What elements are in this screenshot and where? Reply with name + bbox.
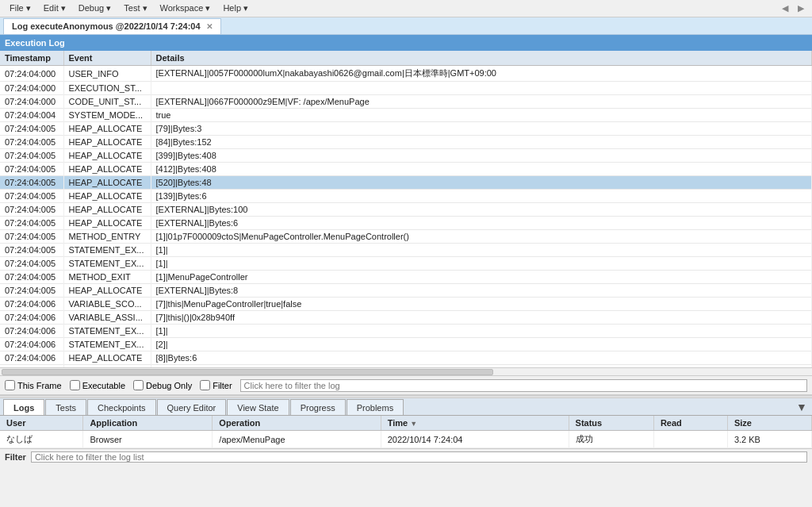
debug-only-checkbox-label[interactable]: Debug Only [133, 380, 192, 390]
log-table-row[interactable]: 07:24:04:005 STATEMENT_EX... [1]| [0, 257, 812, 271]
log-ts: 07:24:04:005 [0, 284, 63, 298]
col-application: Application [83, 416, 213, 431]
tab-query-editor[interactable]: Query Editor [157, 399, 227, 415]
bottom-filter-bar: Filter [0, 448, 812, 464]
log-table-row[interactable]: 07:24:04:005 HEAP_ALLOCATE [79]|Bytes:3 [0, 122, 812, 136]
menu-bar: File ▾ Edit ▾ Debug ▾ Test ▾ Workspace ▾… [0, 0, 812, 17]
this-frame-checkbox[interactable] [5, 380, 15, 390]
log-ts: 07:24:04:005 [0, 136, 63, 149]
menu-test[interactable]: Test ▾ [117, 2, 153, 15]
log-table-row[interactable]: 07:24:04:006 HEAP_ALLOCATE [8]|Bytes:6 [0, 351, 812, 365]
log-table-row[interactable]: 07:24:04:005 STATEMENT_EX... [1]| [0, 244, 812, 257]
log-ts: 07:24:04:006 [0, 338, 63, 351]
filter-checkbox-label[interactable]: Filter [200, 380, 232, 390]
menu-debug[interactable]: Debug ▾ [72, 2, 117, 15]
log-det [151, 82, 812, 95]
logs-table-row[interactable]: なしば Browser /apex/MenuPage 2022/10/14 7:… [0, 431, 812, 448]
log-ts: 07:24:04:005 [0, 230, 63, 244]
nav-forward-button[interactable]: ▶ [793, 2, 809, 14]
log-det: [EXTERNAL]|0057F000000lumX|nakabayashi06… [151, 66, 812, 82]
log-table-row[interactable]: 07:24:04:004 SYSTEM_MODE... true [0, 109, 812, 122]
tab-tests[interactable]: Tests [45, 399, 86, 415]
log-ts: 07:24:04:005 [0, 257, 63, 271]
log-table-row[interactable]: 07:24:04:005 HEAP_ALLOCATE [EXTERNAL]|By… [0, 284, 812, 298]
log-det: [8]|Bytes:6 [151, 351, 812, 365]
menu-edit[interactable]: Edit ▾ [37, 2, 72, 15]
log-det: [79]|Bytes:3 [151, 122, 812, 136]
log-table-row[interactable]: 07:24:04:006 VARIABLE_SCO... [7]|this|Me… [0, 298, 812, 311]
log-time: 2022/10/14 7:24:04 [381, 431, 569, 448]
bottom-filter-label: Filter [5, 452, 26, 462]
menu-workspace[interactable]: Workspace ▾ [154, 2, 217, 15]
log-ts: 07:24:04:005 [0, 176, 63, 190]
log-det: [399]|Bytes:408 [151, 149, 812, 163]
col-time[interactable]: Time ▼ [381, 416, 569, 431]
h-scrollbar-area[interactable] [0, 368, 812, 376]
execution-log-panel[interactable]: Timestamp Event Details 07:24:04:000 USE… [0, 51, 812, 368]
log-det: [139]|Bytes:6 [151, 190, 812, 203]
col-operation: Operation [213, 416, 381, 431]
tab-bar: Log executeAnonymous @2022/10/14 7:24:04… [0, 17, 812, 35]
collapse-button[interactable]: ▼ [793, 399, 809, 415]
log-ev: HEAP_ALLOCATE [63, 122, 151, 136]
log-table-row[interactable]: 07:24:04:005 HEAP_ALLOCATE [139]|Bytes:6 [0, 190, 812, 203]
log-table-row[interactable]: 07:24:04:005 HEAP_ALLOCATE [412]|Bytes:4… [0, 163, 812, 176]
tab-close-button[interactable]: ✕ [206, 22, 213, 31]
log-user: なしば [0, 431, 83, 448]
log-ev: HEAP_ALLOCATE [63, 284, 151, 298]
tab-progress[interactable]: Progress [290, 399, 346, 415]
log-table-row[interactable]: 07:24:04:005 HEAP_ALLOCATE [84]|Bytes:15… [0, 136, 812, 149]
log-table-row[interactable]: 07:24:04:005 HEAP_ALLOCATE [520]|Bytes:4… [0, 176, 812, 190]
log-table-row[interactable]: 07:24:04:005 HEAP_ALLOCATE [EXTERNAL]|By… [0, 203, 812, 217]
log-det: [7]|this|MenuPageController|true|false [151, 298, 812, 311]
tab-problems[interactable]: Problems [347, 399, 404, 415]
log-ts: 07:24:04:006 [0, 311, 63, 325]
filter-input[interactable] [240, 379, 807, 392]
logs-header-row: User Application Operation Time ▼ Status… [0, 416, 812, 431]
tab-checkpoints[interactable]: Checkpoints [87, 399, 156, 415]
log-det: [EXTERNAL]|0667F000000z9EM|VF: /apex/Men… [151, 95, 812, 109]
log-tab[interactable]: Log executeAnonymous @2022/10/14 7:24:04… [3, 18, 221, 34]
log-table-row[interactable]: 07:24:04:000 USER_INFO [EXTERNAL]|0057F0… [0, 66, 812, 82]
log-ev: HEAP_ALLOCATE [63, 190, 151, 203]
log-table-row[interactable]: 07:24:04:006 VARIABLE_ASSI... [7]|this|(… [0, 311, 812, 325]
log-status: 成功 [569, 431, 653, 448]
log-det: [1]| [151, 257, 812, 271]
log-det: [EXTERNAL]|Bytes:6 [151, 217, 812, 230]
col-header-details: Details [151, 51, 812, 66]
log-table-row[interactable]: 07:24:04:005 HEAP_ALLOCATE [EXTERNAL]|By… [0, 217, 812, 230]
log-ts: 07:24:04:005 [0, 122, 63, 136]
log-ev: STATEMENT_EX... [63, 325, 151, 338]
bottom-filter-input[interactable] [31, 451, 807, 463]
nav-back-button[interactable]: ◀ [777, 2, 793, 14]
executable-checkbox[interactable] [70, 380, 80, 390]
h-scroll-thumb[interactable] [2, 369, 493, 375]
log-table-row[interactable]: 07:24:04:006 STATEMENT_EX... [2]| [0, 338, 812, 351]
log-table-row[interactable]: 07:24:04:006 STATEMENT_EX... [1]| [0, 325, 812, 338]
log-table-row[interactable]: 07:24:04:005 METHOD_ENTRY [1]|01p7F00000… [0, 230, 812, 244]
execution-log-table: Timestamp Event Details 07:24:04:000 USE… [0, 51, 812, 368]
log-ts: 07:24:04:006 [0, 351, 63, 365]
log-table-row[interactable]: 07:24:04:005 HEAP_ALLOCATE [399]|Bytes:4… [0, 149, 812, 163]
this-frame-checkbox-label[interactable]: This Frame [5, 380, 62, 390]
log-det: [1]|01p7F000009ctoS|MenuPageController.M… [151, 230, 812, 244]
menu-help[interactable]: Help ▾ [216, 2, 255, 15]
log-det: true [151, 109, 812, 122]
tab-view-state[interactable]: View State [227, 399, 289, 415]
log-ev: HEAP_ALLOCATE [63, 136, 151, 149]
log-ts: 07:24:04:006 [0, 325, 63, 338]
executable-checkbox-label[interactable]: Executable [70, 380, 125, 390]
menu-file[interactable]: File ▾ [3, 2, 37, 15]
log-ev: HEAP_ALLOCATE [63, 203, 151, 217]
debug-only-checkbox[interactable] [133, 380, 144, 390]
log-ev: VARIABLE_SCO... [63, 298, 151, 311]
tab-logs[interactable]: Logs [3, 399, 44, 415]
log-read [653, 431, 727, 448]
log-table-row[interactable]: 07:24:04:000 CODE_UNIT_ST... [EXTERNAL]|… [0, 95, 812, 109]
log-det: [412]|Bytes:408 [151, 163, 812, 176]
filter-checkbox[interactable] [200, 380, 210, 390]
log-table-row[interactable]: 07:24:04:000 EXECUTION_ST... [0, 82, 812, 95]
logs-table-wrapper[interactable]: User Application Operation Time ▼ Status… [0, 416, 812, 448]
log-ts: 07:24:04:005 [0, 190, 63, 203]
log-table-row[interactable]: 07:24:04:005 METHOD_EXIT [1]|MenuPageCon… [0, 271, 812, 284]
